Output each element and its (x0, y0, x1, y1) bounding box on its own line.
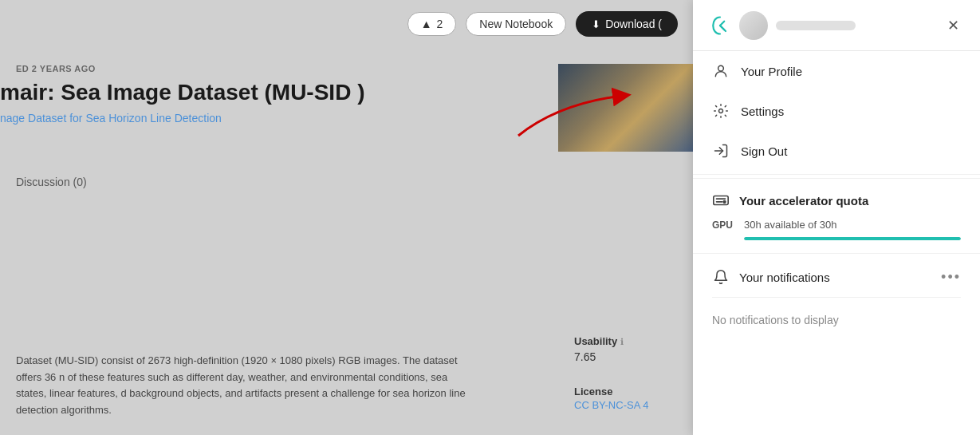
menu-item-settings[interactable]: Settings (693, 91, 980, 131)
gpu-info: 30h available of 30h (744, 219, 836, 231)
bell-icon (712, 268, 730, 286)
top-bar: ▲ 2 New Notebook ⬇ Download ( (0, 0, 694, 48)
kaggle-logo (709, 14, 731, 37)
download-button[interactable]: ⬇ Download ( (576, 11, 678, 37)
settings-label: Settings (741, 105, 784, 118)
accelerator-title: Your accelerator quota (739, 194, 868, 208)
no-notifications-text: No notifications to display (712, 298, 961, 342)
sign-out-label: Sign Out (741, 144, 787, 158)
usability-label: Usability (574, 335, 617, 347)
menu-divider (693, 174, 980, 175)
dataset-title: mair: Sea Image Dataset (MU-SID ) (0, 80, 364, 105)
gpu-progress-fill (744, 237, 961, 240)
new-notebook-button[interactable]: New Notebook (466, 12, 566, 36)
description-area: Dataset (MU-SID) consist of 2673 high-de… (16, 353, 478, 419)
close-button[interactable]: ✕ (942, 14, 964, 37)
download-icon: ⬇ (592, 18, 600, 30)
svg-point-1 (719, 109, 723, 113)
gpu-label: GPU (712, 219, 736, 231)
avatar-area (709, 11, 856, 40)
menu-item-your-profile[interactable]: Your Profile (693, 51, 980, 91)
license-label: License (574, 386, 678, 397)
usability-value: 7.65 (574, 350, 678, 363)
new-notebook-label: New Notebook (479, 18, 553, 30)
notifications-title: Your notifications (739, 271, 830, 284)
more-options-button[interactable]: ••• (941, 269, 961, 286)
gpu-row: GPU 30h available of 30h (712, 219, 961, 231)
avatar (739, 11, 768, 40)
person-icon (712, 62, 730, 80)
tab-discussion[interactable]: Discussion (0) (16, 176, 87, 192)
upvote-icon: ▲ (421, 18, 432, 30)
svg-point-0 (718, 65, 724, 71)
accelerator-header: Your accelerator quota (712, 192, 961, 209)
your-profile-label: Your Profile (741, 65, 802, 78)
avatar-image (739, 11, 768, 40)
license-value[interactable]: CC BY-NC-SA 4 (574, 399, 678, 411)
accelerator-section: Your accelerator quota GPU 30h available… (693, 178, 980, 254)
svg-point-4 (723, 200, 726, 203)
dropdown-panel: ✕ Your Profile Settings (693, 0, 980, 435)
menu-item-sign-out[interactable]: Sign Out (693, 131, 980, 171)
panel-header: ✕ (693, 0, 980, 51)
sign-out-icon (712, 142, 730, 160)
main-content: ▲ 2 New Notebook ⬇ Download ( ED 2 YEARS… (0, 0, 694, 435)
thumbnail-area (558, 64, 694, 152)
download-label: Download ( (605, 18, 662, 30)
update-label: ED 2 YEARS AGO (16, 64, 96, 73)
thumbnail-image (558, 64, 694, 152)
gear-icon (712, 102, 730, 120)
username-bar (776, 21, 856, 30)
description-text: Dataset (MU-SID) consist of 2673 high-de… (16, 353, 478, 419)
notifications-section: Your notifications ••• No notifications … (693, 257, 980, 342)
dataset-subtitle[interactable]: nage Dataset for Sea Horizon Line Detect… (0, 112, 364, 125)
notifications-left: Your notifications (712, 268, 830, 286)
notifications-header: Your notifications ••• (712, 257, 961, 298)
vote-count: 2 (437, 18, 443, 30)
svg-rect-3 (714, 196, 728, 205)
tabs-area: Discussion (0) (16, 176, 87, 192)
gpu-progress-bar (744, 237, 961, 240)
usability-info-icon: ℹ (620, 337, 624, 347)
accelerator-icon (712, 192, 730, 209)
vote-button[interactable]: ▲ 2 (407, 12, 457, 36)
